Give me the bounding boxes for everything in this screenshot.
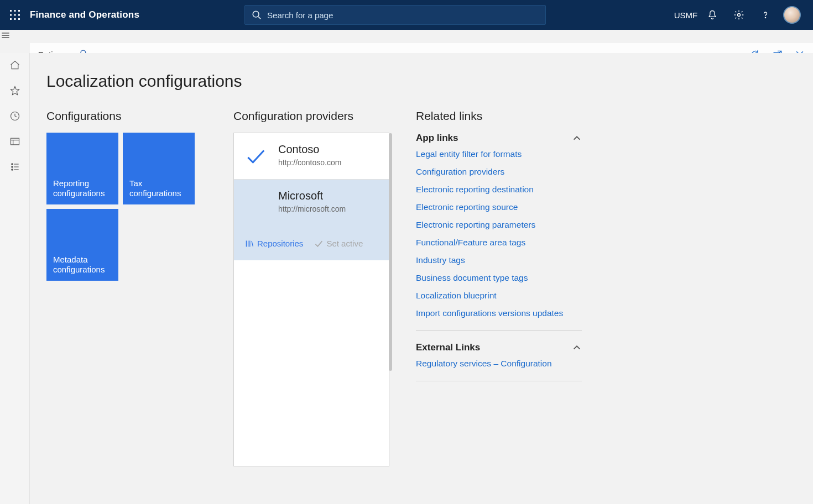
- link-er-source[interactable]: Electronic reporting source: [416, 202, 582, 212]
- svg-rect-4: [14, 14, 16, 16]
- svg-rect-2: [18, 10, 20, 12]
- notifications-icon[interactable]: [699, 0, 726, 30]
- tile-metadata-configurations[interactable]: Metadata configurations: [46, 209, 118, 281]
- related-links-heading: Related links: [416, 109, 582, 123]
- svg-rect-24: [11, 138, 19, 145]
- svg-point-29: [11, 166, 13, 168]
- svg-point-12: [765, 17, 765, 18]
- modules-icon[interactable]: [9, 161, 20, 175]
- user-avatar[interactable]: [779, 0, 805, 30]
- provider-name: Contoso: [278, 143, 341, 156]
- svg-rect-3: [10, 14, 12, 16]
- page-content: Localization configurations Configuratio…: [30, 53, 813, 504]
- scrollbar-thumb[interactable]: [389, 133, 392, 371]
- chevron-up-icon: [572, 343, 582, 353]
- providers-list: Contoso http://contoso.com Microsoft htt…: [233, 133, 389, 466]
- nav-rail: [0, 53, 30, 504]
- svg-rect-7: [14, 18, 16, 20]
- link-er-destination[interactable]: Electronic reporting destination: [416, 185, 582, 195]
- hamburger-icon[interactable]: [0, 30, 813, 43]
- provider-url: http://microsoft.com: [278, 204, 346, 213]
- check-icon: [245, 146, 265, 166]
- app-title: Finance and Operations: [30, 9, 139, 20]
- provider-card-contoso[interactable]: Contoso http://contoso.com: [234, 133, 389, 180]
- avatar: [783, 6, 801, 24]
- svg-line-10: [258, 17, 260, 19]
- tile-reporting-configurations[interactable]: Reporting configurations: [46, 133, 118, 204]
- app-links-list: Legal entity filter for formats Configur…: [416, 149, 582, 318]
- checkmark-icon: [314, 239, 323, 248]
- repositories-label: Repositories: [257, 239, 303, 248]
- tile-label: Metadata configurations: [53, 255, 112, 276]
- svg-rect-8: [18, 18, 20, 20]
- set-active-button[interactable]: Set active: [314, 239, 363, 248]
- top-bar: Finance and Operations USMF: [0, 0, 813, 30]
- link-import-config-versions[interactable]: Import configurations versions updates: [416, 308, 582, 318]
- tile-label: Tax configurations: [129, 179, 188, 200]
- external-links-title: External Links: [416, 342, 480, 353]
- link-regulatory-services[interactable]: Regulatory services – Configuration: [416, 359, 582, 369]
- workspaces-icon[interactable]: [9, 136, 20, 149]
- tile-tax-configurations[interactable]: Tax configurations: [123, 133, 195, 204]
- svg-rect-5: [18, 14, 20, 16]
- set-active-label: Set active: [326, 239, 363, 248]
- link-business-doc-tags[interactable]: Business document type tags: [416, 273, 582, 283]
- svg-point-11: [738, 14, 741, 17]
- provider-url: http://contoso.com: [278, 158, 341, 167]
- app-links-title: App links: [416, 133, 458, 144]
- divider: [416, 381, 582, 381]
- svg-marker-22: [11, 87, 19, 95]
- link-er-parameters[interactable]: Electronic reporting parameters: [416, 220, 582, 230]
- svg-rect-1: [14, 10, 16, 12]
- link-configuration-providers[interactable]: Configuration providers: [416, 167, 582, 177]
- configurations-section: Configurations Reporting configurations …: [46, 109, 207, 281]
- link-industry-tags[interactable]: Industry tags: [416, 255, 582, 265]
- svg-point-31: [11, 169, 13, 171]
- chevron-up-icon: [572, 133, 582, 143]
- external-links-list: Regulatory services – Configuration: [416, 359, 582, 369]
- global-search[interactable]: [244, 5, 546, 25]
- external-links-header[interactable]: External Links: [416, 342, 582, 353]
- home-icon[interactable]: [9, 60, 20, 73]
- link-legal-entity-filter[interactable]: Legal entity filter for formats: [416, 149, 582, 159]
- global-search-input[interactable]: [267, 11, 539, 20]
- waffle-icon[interactable]: [0, 0, 30, 30]
- recent-icon[interactable]: [9, 111, 20, 124]
- provider-card-microsoft[interactable]: Microsoft http://microsoft.com Repositor…: [234, 180, 389, 260]
- related-links-section: Related links App links Legal entity fil…: [416, 109, 582, 392]
- company-picker[interactable]: USMF: [673, 0, 699, 30]
- providers-section: Configuration providers Contoso http://c…: [233, 109, 389, 466]
- provider-name: Microsoft: [278, 190, 346, 202]
- top-right-controls: USMF: [673, 0, 813, 30]
- settings-icon[interactable]: [726, 0, 752, 30]
- favorites-icon[interactable]: [9, 85, 20, 98]
- svg-point-27: [11, 164, 13, 165]
- svg-point-9: [253, 11, 259, 17]
- providers-heading: Configuration providers: [233, 109, 389, 123]
- app-links-header[interactable]: App links: [416, 133, 582, 144]
- svg-rect-6: [10, 18, 12, 20]
- search-icon: [252, 10, 262, 20]
- repositories-button[interactable]: Repositories: [245, 239, 303, 248]
- link-feature-tags[interactable]: Functional/Feature area tags: [416, 238, 582, 248]
- repositories-icon: [245, 239, 254, 248]
- help-icon[interactable]: [752, 0, 779, 30]
- page-title: Localization configurations: [46, 72, 796, 91]
- configurations-heading: Configurations: [46, 109, 207, 123]
- link-localization-blueprint[interactable]: Localization blueprint: [416, 291, 582, 301]
- divider: [416, 330, 582, 331]
- tile-label: Reporting configurations: [53, 179, 112, 200]
- svg-rect-0: [10, 10, 12, 12]
